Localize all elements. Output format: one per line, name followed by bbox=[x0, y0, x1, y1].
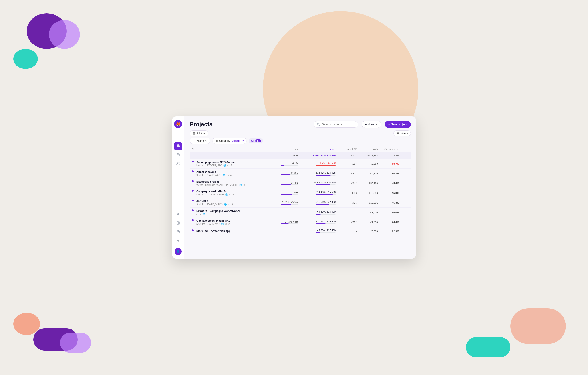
summary-spacer bbox=[190, 152, 274, 159]
time-single: 21.06d bbox=[276, 172, 298, 175]
tags-count: 2 bbox=[229, 223, 230, 225]
globe-icon: 🌐 bbox=[221, 223, 224, 225]
project-meta: Wayne Enterprises WAYNE_BATMOBILE 🌐 🏷3 bbox=[196, 184, 248, 186]
cell-time-2: 21.43d bbox=[274, 178, 301, 188]
svg-rect-15 bbox=[178, 223, 179, 224]
globe-icon: 🌐 bbox=[225, 193, 228, 196]
sidebar-item-sparkle[interactable] bbox=[174, 237, 182, 245]
cell-menu-7[interactable]: ⋮ bbox=[401, 227, 411, 235]
budget-bar bbox=[315, 204, 336, 205]
summary-menu bbox=[401, 152, 411, 159]
cell-menu-2[interactable]: ⋮ bbox=[401, 178, 411, 188]
search-input[interactable] bbox=[322, 123, 353, 126]
cell-budget-1: €15,475 / €18,375 bbox=[301, 169, 338, 178]
new-project-label: + New project bbox=[388, 123, 407, 126]
globe-icon: 🌐 bbox=[239, 184, 242, 186]
tags-count: 3 bbox=[247, 184, 248, 186]
badge-label: All bbox=[251, 139, 254, 142]
app-window: 🦊 bbox=[172, 117, 416, 258]
col-header-costs: Costs bbox=[359, 146, 380, 152]
project-name: Campagne WeAreNotEvil bbox=[196, 190, 234, 193]
company-name: Wayne Enterprises bbox=[196, 184, 215, 186]
cell-name-3: Campagne WeAreNotEvil Lexcorp LEXCORP_CA… bbox=[190, 188, 274, 198]
sort-icon bbox=[192, 139, 195, 142]
budget-container: €4,500 / €15,500 bbox=[303, 210, 336, 214]
cell-menu-3[interactable]: ⋮ bbox=[401, 188, 411, 198]
sparkle-icon bbox=[176, 239, 180, 244]
time-value: 21.06d bbox=[276, 172, 298, 174]
all-time-button[interactable]: All time bbox=[190, 130, 208, 136]
svg-rect-5 bbox=[177, 153, 179, 156]
cell-budget-3: €14,460 / €15,500 bbox=[301, 188, 338, 198]
project-name: JARVIS AI bbox=[196, 200, 233, 203]
sidebar-item-calendar[interactable] bbox=[174, 151, 182, 159]
sidebar-item-settings[interactable] bbox=[174, 211, 182, 219]
time-bar bbox=[281, 165, 298, 165]
budget-bar bbox=[315, 165, 336, 166]
sidebar-item-users[interactable] bbox=[174, 160, 182, 168]
budget-container: €15,475 / €18,375 bbox=[303, 171, 336, 175]
sidebar-item-help[interactable] bbox=[174, 228, 182, 236]
filters-button[interactable]: Filters bbox=[393, 130, 411, 136]
toolbar-row: All time Filters bbox=[184, 130, 416, 138]
project-dot bbox=[192, 210, 194, 211]
cell-gross-margin-7: 82.9% bbox=[380, 227, 401, 235]
cell-menu-1[interactable]: ⋮ bbox=[401, 169, 411, 178]
project-dot bbox=[192, 170, 194, 172]
calendar-icon bbox=[176, 153, 180, 157]
svg-point-9 bbox=[177, 162, 178, 163]
sidebar-item-projects[interactable] bbox=[174, 142, 182, 150]
time-bar bbox=[281, 204, 298, 205]
time-bar-fill bbox=[281, 224, 289, 224]
new-project-button[interactable]: + New project bbox=[385, 121, 411, 128]
cell-daily-abr-5: - bbox=[338, 208, 359, 217]
cell-menu-5[interactable]: ⋮ bbox=[401, 208, 411, 217]
table-row: Campagne WeAreNotEvil Lexcorp LEXCORP_CA… bbox=[190, 188, 411, 198]
tag-icon: 🏷 bbox=[227, 164, 230, 167]
table-body: 138.8d €180,757 / €376,050 €411 €135,353… bbox=[190, 152, 411, 235]
cell-menu-4[interactable]: ⋮ bbox=[401, 198, 411, 208]
cell-costs-3: €13,056 bbox=[359, 188, 380, 198]
search-box[interactable] bbox=[314, 121, 358, 128]
tags-count: 2 bbox=[233, 193, 234, 196]
all-badge[interactable]: All 11 bbox=[249, 139, 263, 143]
summary-row: 138.8d €180,757 / €376,050 €411 €135,353… bbox=[190, 152, 411, 159]
time-value: 31.03d bbox=[276, 191, 298, 194]
summary-time: 138.8d bbox=[274, 152, 301, 159]
table-row: Opé lancement Model MK2 Stark Ind STARK_… bbox=[190, 217, 411, 227]
svg-rect-30 bbox=[217, 140, 218, 141]
cell-costs-5: €3,000 bbox=[359, 208, 380, 217]
cell-budget-0: €1,765 / €1,500 bbox=[301, 159, 338, 169]
project-name: Batmobile project bbox=[196, 180, 248, 183]
cell-menu-6[interactable]: ⋮ bbox=[401, 217, 411, 227]
actions-button[interactable]: Actions bbox=[361, 121, 381, 128]
col-header-name: Name bbox=[190, 146, 274, 152]
time-bar bbox=[281, 194, 298, 195]
group-by-button[interactable]: Group by Default bbox=[212, 138, 247, 144]
budget-amount: €10,112 / €20,800 bbox=[303, 220, 336, 223]
header: Projects Actions + New project bbox=[184, 117, 416, 130]
time-bar bbox=[281, 174, 298, 175]
cell-menu-0[interactable]: ⋮ bbox=[401, 159, 411, 169]
budget-amount: €4,500 / €15,500 bbox=[303, 210, 336, 213]
user-avatar[interactable]: 👤 bbox=[175, 248, 182, 255]
budget-container: €16,910 / €22,850 bbox=[303, 201, 336, 205]
sidebar-item-list[interactable] bbox=[174, 133, 182, 141]
cell-budget-5: €4,500 / €15,500 bbox=[301, 208, 338, 217]
project-name: LexCorp - Campagne WeAreNotEvil bbox=[196, 210, 241, 213]
time-value: - bbox=[298, 211, 298, 214]
sidebar-item-grid[interactable] bbox=[174, 219, 182, 227]
cell-budget-2: €84,465 / €104,025 bbox=[301, 178, 338, 188]
filter-icon bbox=[396, 132, 399, 135]
table-row: Stark Ind. - Armor Web app - €4,500 / €1… bbox=[190, 227, 411, 235]
cell-name-7: Stark Ind. - Armor Web app bbox=[190, 227, 274, 235]
blob-teal-bottom bbox=[466, 337, 510, 357]
time-dual: 17.37d / 48d bbox=[276, 220, 298, 224]
sort-button[interactable]: Name bbox=[190, 138, 210, 144]
group-chevron-icon bbox=[242, 140, 244, 142]
time-bar-fill bbox=[281, 165, 284, 165]
blob-salmon-right bbox=[510, 308, 566, 344]
budget-container: €84,465 / €104,025 bbox=[303, 181, 336, 185]
project-code: LEXCORP_SEO bbox=[206, 164, 222, 167]
project-code: STARK_MK2 bbox=[207, 223, 220, 225]
